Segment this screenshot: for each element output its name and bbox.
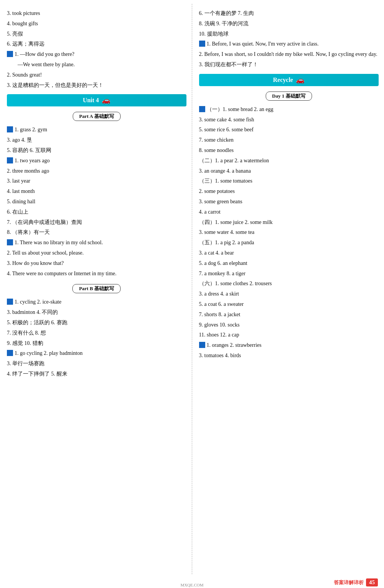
blue-square-icon: [199, 41, 205, 47]
partB-item-8: 4. 绊了一下摔倒了 5. 醒来: [7, 369, 186, 379]
partA-item-1: 1. grass 2. gym: [7, 125, 186, 134]
day1-item-21: 7. shorts 8. a jacket: [199, 310, 379, 319]
day1-item-5: 8. some noodles: [199, 146, 379, 155]
partA-item-9: 6. 在山上: [7, 207, 186, 217]
partA-item-8: 5. dining hall: [7, 197, 186, 206]
partB-subsection: Part B 基础默写: [7, 282, 186, 296]
section1-item-3: 3. 这是糟糕的一天，但也是美好的一天！: [7, 81, 186, 90]
right-section1-item-2: 2. Before, I was short, so I couldn't ri…: [199, 50, 379, 59]
day1-item-9: 2. some potatoes: [199, 187, 379, 196]
section1-item-1: 1. —How did you go there?: [7, 50, 186, 59]
section1-item-1b: —We went there by plane.: [7, 60, 186, 69]
blue-square-icon: [7, 51, 13, 57]
day1-subsection: Day 1 基础默写: [199, 89, 379, 104]
partB-item-3: 5. 积极的；活跃的 6. 赛跑: [7, 318, 186, 327]
day1-item-14: （五）1. a pig 2. a panda: [199, 238, 379, 247]
footer-page: 45: [366, 578, 378, 586]
partA-item-13: 2. Tell us about your school, please.: [7, 248, 186, 258]
recycle-header: Recycle 🚗: [199, 74, 379, 86]
partA-item-12: 1. There was no library in my old school…: [7, 238, 186, 247]
partA-item-3: 5. 容易的 6. 互联网: [7, 146, 186, 155]
right-column: 6. 一个有趣的梦 7. 生肉 8. 洗碗 9. 干净的河流 10. 援助地球 …: [192, 4, 384, 574]
partB-item-2: 3. badminton 4. 不同的: [7, 308, 186, 317]
footer-label: 答案详解详析: [334, 579, 364, 586]
partA-item-5: 2. three months ago: [7, 167, 186, 176]
watermark: MXQE.COM: [180, 583, 203, 587]
car-icon: 🚗: [296, 76, 304, 84]
day1-item-12: （四）1. some juice 2. some milk: [199, 218, 379, 227]
partA-item-4: 1. two years ago: [7, 156, 186, 165]
day1-item-17: 7. a monkey 8. a tiger: [199, 269, 379, 278]
blue-square-icon: [7, 157, 13, 163]
day1-item-3: 5. some rice 6. some beef: [199, 125, 379, 134]
left-column: 3. took pictures 4. bought gifts 5. 亮假 6…: [0, 4, 192, 574]
day1-item-15: 3. a cat 4. a bear: [199, 248, 379, 258]
blue-square-icon: [199, 106, 205, 112]
day1-item-4: 7. some chicken: [199, 136, 379, 145]
blue-square-icon: [199, 342, 205, 348]
day1-item-19: 3. a dress 4. a skirt: [199, 289, 379, 299]
intro-item-3: 3. took pictures: [7, 9, 186, 18]
right-intro-3: 10. 援助地球: [199, 29, 379, 39]
partA-item-14: 3. How do you know that?: [7, 259, 186, 268]
car-icon: 🚗: [102, 96, 110, 105]
day1-item-11: 4. a carrot: [199, 207, 379, 217]
unit4-header: Unit 4 🚗: [7, 94, 186, 106]
day1-item-16: 5. a dog 6. an elephant: [199, 259, 379, 268]
partA-item-6: 3. last year: [7, 176, 186, 186]
day1-item-10: 3. some green beans: [199, 197, 379, 206]
right-section1-item-1: 1. Before, I was quiet. Now, I'm very ac…: [199, 39, 379, 49]
day1-item-1: （一）1. some bread 2. an egg: [199, 105, 379, 114]
partB-item-1: 1. cycling 2. ice-skate: [7, 297, 186, 307]
day1-item-24: 1. oranges 2. strawberries: [199, 341, 379, 350]
page-footer: 答案详解详析 45: [334, 578, 378, 586]
day1-item-23: 11. shoes 12. a cap: [199, 330, 379, 340]
day1-item-25: 3. tomatoes 4. birds: [199, 351, 379, 360]
partA-item-15: 4. There were no computers or Internet i…: [7, 269, 186, 278]
day1-item-18: （六）1. some clothes 2. trousers: [199, 279, 379, 288]
partA-item-11: 8. （将来）有一天: [7, 228, 186, 237]
day1-item-2: 3. some cake 4. some fish: [199, 115, 379, 124]
day1-item-8: （三）1. some tomatoes: [199, 176, 379, 186]
partA-item-2: 3. ago 4. 垦: [7, 136, 186, 145]
day1-item-20: 5. a coat 6. a sweater: [199, 300, 379, 309]
partA-item-7: 4. last month: [7, 187, 186, 196]
partB-item-5: 9. 感觉 10. 猎豹: [7, 339, 186, 348]
partB-item-4: 7. 没有什么 8. 想: [7, 328, 186, 338]
right-intro-1: 6. 一个有趣的梦 7. 生肉: [199, 9, 379, 18]
partB-item-7: 3. 举行一场赛跑: [7, 359, 186, 368]
right-intro-2: 8. 洗碗 9. 干净的河流: [199, 19, 379, 28]
blue-square-icon: [7, 239, 13, 245]
partA-item-10: 7. （在词典中或通过电脑）查阅: [7, 218, 186, 227]
blue-square-icon: [7, 299, 13, 305]
intro-item-4: 4. bought gifts: [7, 19, 186, 28]
blue-square-icon: [7, 126, 13, 132]
intro-item-5: 5. 亮假: [7, 29, 186, 39]
section1-item-2: 2. Sounds great!: [7, 70, 186, 80]
day1-item-7: 3. an orange 4. a banana: [199, 167, 379, 176]
intro-item-6: 6. 远离；离得远: [7, 39, 186, 49]
day1-item-13: 3. some water 4. some tea: [199, 228, 379, 237]
right-section1-item-3: 3. 我们现在都不一样了！: [199, 60, 379, 69]
blue-square-icon: [7, 350, 13, 356]
partA-subsection: Part A 基础默写: [7, 109, 186, 124]
day1-item-6: （二）1. a pear 2. a watermelon: [199, 156, 379, 165]
day1-item-22: 9. gloves 10. socks: [199, 320, 379, 330]
partB-item-6: 1. go cycling 2. play badminton: [7, 349, 186, 358]
